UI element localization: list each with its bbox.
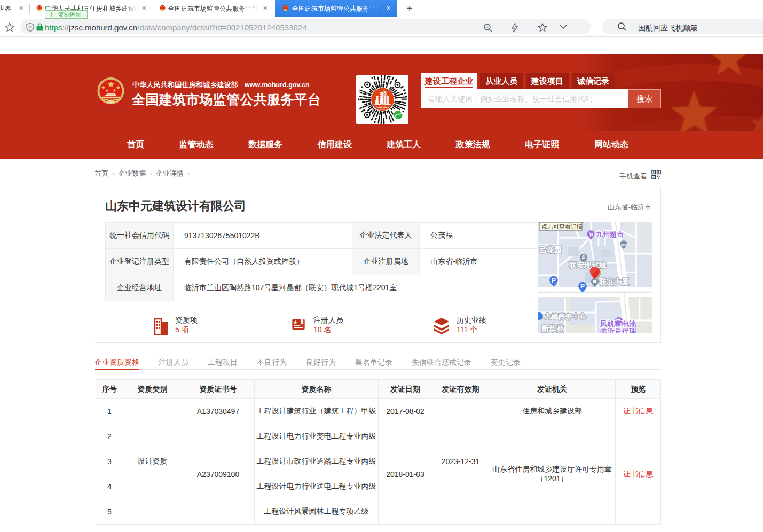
svg-text:P: P [580,283,585,290]
svg-text:九州超市: 九州超市 [595,230,624,238]
svg-text:公共服务平台: 公共服务平台 [379,108,387,111]
svg-text:P: P [552,277,556,284]
svg-text:新华苑: 新华苑 [541,324,564,333]
svg-text:联安大厦: 联安大厦 [599,277,629,286]
svg-text:全国建筑市场监管: 全国建筑市场监管 [376,106,389,108]
svg-text:ATM: ATM [620,243,627,246]
svg-text:九峰商务中心: 九峰商务中心 [544,312,587,320]
svg-text:己花园: 己花园 [539,245,562,254]
svg-text:联安现代城: 联安现代城 [569,261,607,269]
svg-text:风帆蓄电池: 风帆蓄电池 [600,320,636,328]
svg-text:临沂总代理: 临沂总代理 [600,327,636,333]
svg-text:点击可查看详情: 点击可查看详情 [541,223,583,230]
